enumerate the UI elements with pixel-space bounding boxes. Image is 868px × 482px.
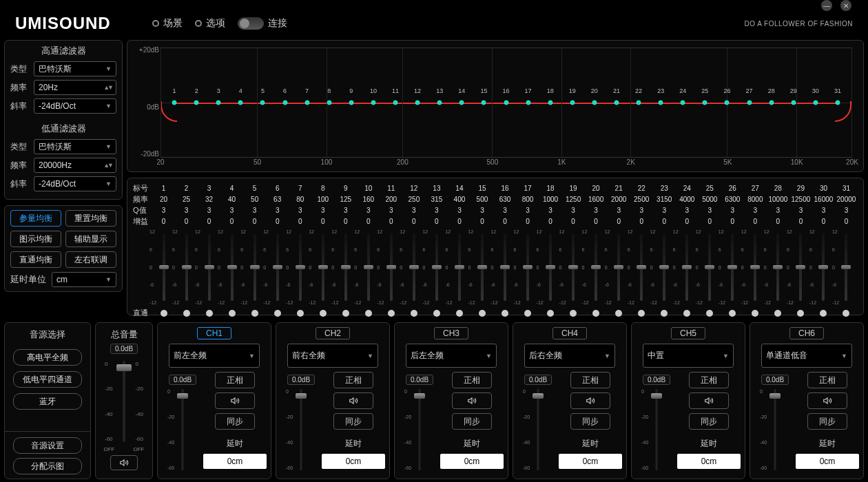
options-radio[interactable]: 选项 (195, 17, 225, 30)
eq-point[interactable] (393, 101, 398, 105)
channel-phase-button[interactable]: 正相 (452, 372, 492, 388)
eq-gain-cell[interactable]: 0 (493, 218, 516, 225)
eq-q-cell[interactable]: 3 (608, 207, 630, 214)
eq-freq-cell[interactable]: 8000 (744, 196, 767, 203)
eq-freq-cell[interactable]: 25 (175, 196, 198, 203)
eq-freq-cell[interactable]: 12500 (789, 196, 812, 203)
eq-bypass-toggle[interactable] (161, 310, 167, 317)
eq-bypass-toggle[interactable] (615, 310, 622, 317)
close-button[interactable]: ✕ (840, 0, 851, 11)
eq-point[interactable] (282, 101, 287, 105)
master-volume-slider[interactable]: 0-20-40-60 0-20-40-60 (105, 357, 143, 446)
eq-freq-cell[interactable]: 63 (266, 196, 289, 203)
eq-index-cell[interactable]: 7 (289, 185, 311, 192)
channel-select-button[interactable]: CH6 (789, 327, 824, 339)
eq-gain-cell[interactable]: 0 (448, 218, 471, 225)
eq-point[interactable] (637, 101, 641, 105)
eq-q-cell[interactable]: 3 (266, 207, 289, 214)
eq-bypass-toggle[interactable] (820, 310, 827, 317)
eq-bypass-toggle[interactable] (274, 310, 281, 317)
eq-index-cell[interactable]: 4 (220, 185, 243, 192)
eq-index-cell[interactable]: 5 (243, 185, 266, 192)
eq-freq-cell[interactable]: 125 (334, 196, 357, 203)
eq-index-cell[interactable]: 22 (630, 185, 653, 192)
eq-bypass-toggle[interactable] (388, 310, 395, 317)
eq-bypass-toggle[interactable] (547, 310, 554, 317)
channel-select-button[interactable]: CH3 (434, 327, 468, 339)
eq-point[interactable] (659, 101, 663, 105)
eq-freq-cell[interactable]: 1600 (585, 196, 608, 203)
eq-q-cell[interactable]: 3 (425, 207, 448, 214)
eq-q-cell[interactable]: 3 (311, 207, 334, 214)
eq-index-cell[interactable]: 1 (152, 185, 175, 192)
eq-gain-cell[interactable]: 0 (517, 218, 539, 225)
eq-freq-cell[interactable]: 200 (380, 196, 402, 203)
channel-select-button[interactable]: CH2 (316, 327, 350, 339)
channel-mute-button[interactable] (570, 392, 610, 409)
eq-gain-cell[interactable]: 0 (789, 218, 812, 225)
eq-bypass-toggle[interactable] (752, 310, 758, 317)
eq-index-cell[interactable]: 29 (789, 185, 812, 192)
hpf-freq-select[interactable]: 20Hz▲▼ (34, 80, 116, 95)
eq-q-cell[interactable]: 3 (744, 207, 767, 214)
eq-bypass-toggle[interactable] (342, 310, 349, 317)
eq-q-cell[interactable]: 3 (289, 207, 311, 214)
eq-gain-cell[interactable]: 0 (198, 218, 220, 225)
eq-index-cell[interactable]: 31 (835, 185, 858, 192)
eq-bypass-toggle[interactable] (774, 310, 781, 317)
eq-bypass-toggle[interactable] (797, 310, 804, 317)
eq-q-cell[interactable]: 3 (630, 207, 653, 214)
eq-freq-cell[interactable]: 100 (311, 196, 334, 203)
eq-gain-cell[interactable]: 0 (562, 218, 585, 225)
eq-gain-cell[interactable]: 0 (835, 218, 858, 225)
eq-gain-cell[interactable]: 0 (539, 218, 562, 225)
delay-unit-select[interactable]: cm▼ (52, 272, 116, 287)
eq-point[interactable] (327, 101, 331, 105)
eq-freq-cell[interactable]: 2000 (608, 196, 630, 203)
channel-delay-input[interactable]: 0cm (203, 454, 267, 469)
eq-bypass-toggle[interactable] (570, 310, 577, 317)
eq-freq-cell[interactable]: 500 (471, 196, 493, 203)
eq-point[interactable] (570, 101, 575, 105)
eq-gain-cell[interactable]: 0 (744, 218, 767, 225)
eq-point[interactable] (216, 101, 221, 105)
scene-radio[interactable]: 场景 (152, 17, 183, 30)
eq-bypass-toggle[interactable] (456, 310, 463, 317)
channel-type-select[interactable]: 中置▼ (643, 344, 734, 368)
eq-q-cell[interactable]: 3 (676, 207, 699, 214)
channel-type-select[interactable]: 后右全频▼ (524, 344, 615, 368)
eq-freq-cell[interactable]: 10000 (767, 196, 789, 203)
eq-point[interactable] (703, 101, 707, 105)
eq-gain-cell[interactable]: 0 (402, 218, 425, 225)
source-lo-four-button[interactable]: 低电平四通道 (13, 371, 82, 388)
channel-type-select[interactable]: 前左全频▼ (169, 344, 260, 368)
eq-index-cell[interactable]: 16 (493, 185, 516, 192)
eq-freq-cell[interactable]: 32 (198, 196, 220, 203)
minimize-button[interactable]: — (821, 0, 832, 11)
eq-freq-cell[interactable]: 5000 (699, 196, 721, 203)
eq-q-cell[interactable]: 3 (471, 207, 493, 214)
eq-bypass-toggle[interactable] (524, 310, 531, 317)
eq-point[interactable] (813, 101, 818, 105)
eq-index-cell[interactable]: 9 (334, 185, 357, 192)
channel-phase-button[interactable]: 正相 (570, 372, 610, 388)
eq-index-cell[interactable]: 18 (539, 185, 562, 192)
eq-graph[interactable]: +20dB 0dB -20dB 123456789101112131415161… (127, 40, 864, 172)
eq-freq-cell[interactable]: 400 (448, 196, 471, 203)
eq-gain-cell[interactable]: 0 (334, 218, 357, 225)
eq-index-cell[interactable]: 10 (357, 185, 380, 192)
eq-freq-cell[interactable]: 630 (493, 196, 516, 203)
eq-point[interactable] (681, 101, 685, 105)
channel-delay-input[interactable]: 0cm (440, 454, 504, 469)
eq-q-cell[interactable]: 3 (767, 207, 789, 214)
eq-q-cell[interactable]: 3 (175, 207, 198, 214)
source-settings-button[interactable]: 音源设置 (13, 437, 82, 454)
eq-point[interactable] (482, 101, 486, 105)
channel-sync-button[interactable]: 同步 (333, 413, 373, 430)
eq-gain-cell[interactable]: 0 (812, 218, 835, 225)
eq-bypass-toggle[interactable] (592, 310, 599, 317)
eq-index-cell[interactable]: 15 (471, 185, 493, 192)
eq-freq-cell[interactable]: 3150 (653, 196, 676, 203)
channel-select-button[interactable]: CH5 (671, 327, 705, 339)
eq-freq-cell[interactable]: 315 (425, 196, 448, 203)
